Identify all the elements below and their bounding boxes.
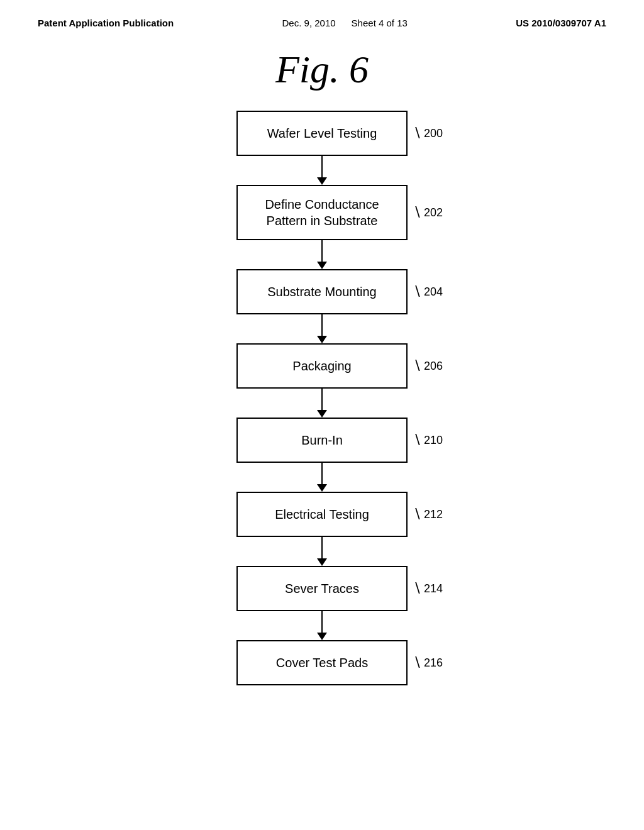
ref-214: ∖ 214 — [413, 580, 443, 597]
patent-number-label: US 2010/0309707 A1 — [516, 18, 606, 28]
date-label: Dec. 9, 2010 — [282, 18, 336, 28]
ref-210: ∖ 210 — [413, 432, 443, 448]
arrow-line-2 — [321, 240, 323, 262]
ref-204: ∖ 204 — [413, 284, 443, 300]
date-sheet-label: Dec. 9, 2010 Sheet 4 of 13 — [282, 18, 408, 28]
arrow-head-4 — [317, 410, 327, 418]
flowchart: Wafer Level Testing ∖ 200 Define Conduct… — [0, 111, 644, 685]
flow-row-210: Burn-In ∖ 210 — [236, 418, 408, 463]
ref-202: ∖ 202 — [413, 204, 443, 221]
ref-number-212: 212 — [424, 508, 443, 521]
arrow-line-4 — [321, 389, 323, 410]
arrow-line-1 — [321, 156, 323, 177]
arrow-line-3 — [321, 314, 323, 336]
tick-200: ∖ — [413, 125, 421, 141]
step-sever-traces: Sever Traces — [236, 566, 408, 611]
ref-number-214: 214 — [424, 582, 443, 595]
arrow-head-1 — [317, 177, 327, 185]
step-packaging: Packaging — [236, 343, 408, 389]
tick-212: ∖ — [413, 506, 421, 523]
ref-212: ∖ 212 — [413, 506, 443, 523]
arrow-head-7 — [317, 633, 327, 640]
arrow-7 — [317, 611, 327, 640]
ref-number-202: 202 — [424, 206, 443, 219]
arrow-3 — [317, 314, 327, 343]
step-electrical-testing: Electrical Testing — [236, 492, 408, 537]
flow-row-212: Electrical Testing ∖ 212 — [236, 492, 408, 537]
tick-216: ∖ — [413, 655, 421, 671]
ref-216: ∖ 216 — [413, 655, 443, 671]
publication-label: Patent Application Publication — [38, 18, 174, 28]
arrow-line-7 — [321, 611, 323, 633]
figure-title: Fig. 6 — [0, 47, 644, 92]
arrow-head-5 — [317, 484, 327, 492]
flow-row-202: Define ConductancePattern in Substrate ∖… — [236, 185, 408, 240]
tick-206: ∖ — [413, 358, 421, 374]
arrow-line-6 — [321, 537, 323, 558]
ref-206: ∖ 206 — [413, 358, 443, 374]
arrow-line-5 — [321, 463, 323, 484]
arrow-5 — [317, 463, 327, 492]
flow-row-200: Wafer Level Testing ∖ 200 — [236, 111, 408, 156]
tick-204: ∖ — [413, 284, 421, 300]
sheet-label: Sheet 4 of 13 — [352, 18, 408, 28]
tick-210: ∖ — [413, 432, 421, 448]
flow-row-214: Sever Traces ∖ 214 — [236, 566, 408, 611]
flow-row-204: Substrate Mounting ∖ 204 — [236, 269, 408, 314]
flow-row-206: Packaging ∖ 206 — [236, 343, 408, 389]
ref-number-206: 206 — [424, 360, 443, 373]
arrow-head-3 — [317, 336, 327, 343]
arrow-head-2 — [317, 262, 327, 269]
arrow-2 — [317, 240, 327, 269]
page-header: Patent Application Publication Dec. 9, 2… — [0, 0, 644, 28]
step-define-conductance: Define ConductancePattern in Substrate — [236, 185, 408, 240]
step-substrate-mounting: Substrate Mounting — [236, 269, 408, 314]
step-burn-in: Burn-In — [236, 418, 408, 463]
arrow-4 — [317, 389, 327, 418]
arrow-6 — [317, 537, 327, 566]
tick-214: ∖ — [413, 580, 421, 597]
ref-200: ∖ 200 — [413, 125, 443, 141]
ref-number-200: 200 — [424, 127, 443, 140]
ref-number-216: 216 — [424, 656, 443, 670]
arrow-head-6 — [317, 558, 327, 566]
step-wafer-level-testing: Wafer Level Testing — [236, 111, 408, 156]
arrow-1 — [317, 156, 327, 185]
step-cover-test-pads: Cover Test Pads — [236, 640, 408, 685]
ref-number-204: 204 — [424, 285, 443, 299]
tick-202: ∖ — [413, 204, 421, 221]
ref-number-210: 210 — [424, 434, 443, 447]
flow-row-216: Cover Test Pads ∖ 216 — [236, 640, 408, 685]
